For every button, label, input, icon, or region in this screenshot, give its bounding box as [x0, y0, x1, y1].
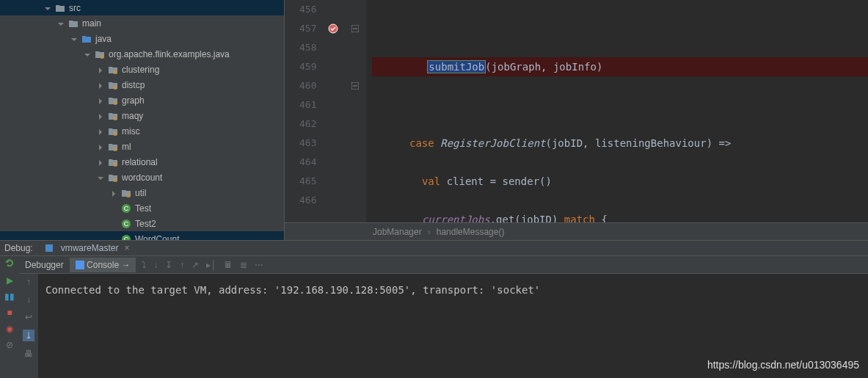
- svg-point-6: [113, 147, 117, 151]
- tree-item-label: org.apache.flink.examples.java: [109, 49, 230, 59]
- chevron-none-icon[interactable]: [110, 220, 117, 228]
- debug-toolwindow-header[interactable]: Debug: vmwareMaster ×: [0, 240, 868, 256]
- tree-item[interactable]: graph: [0, 92, 284, 108]
- tree-item[interactable]: main: [0, 15, 284, 31]
- tree-item[interactable]: misc: [0, 123, 284, 139]
- tree-item[interactable]: java: [0, 31, 284, 46]
- watermark: https://blog.csdn.net/u013036495: [707, 359, 859, 371]
- tree-item[interactable]: src: [0, 0, 284, 15]
- folder-open-icon: [54, 2, 66, 14]
- scroll-end-icon[interactable]: ⤓: [23, 330, 34, 341]
- package-icon: [107, 79, 119, 91]
- tree-item[interactable]: CTest: [0, 200, 284, 216]
- evaluate-icon[interactable]: 🖩: [224, 260, 233, 270]
- breakpoint-icon[interactable]: [321, 23, 346, 34]
- more-icon[interactable]: ⋯: [255, 260, 263, 270]
- svg-text:C: C: [124, 205, 129, 212]
- tree-item[interactable]: relational: [0, 154, 284, 170]
- stop-icon[interactable]: ■: [7, 308, 12, 318]
- drop-frame-icon[interactable]: ↗: [192, 260, 199, 270]
- pause-icon[interactable]: ▮▮: [4, 291, 15, 302]
- step-out-icon[interactable]: ↑: [180, 260, 184, 270]
- console-left-toolbar: ↑ ↓ ↩ ⤓ 🖶: [19, 274, 38, 378]
- tree-item-label: ml: [122, 142, 131, 152]
- fold-icon[interactable]: [350, 82, 360, 90]
- tree-item-label: wordcount: [122, 172, 162, 183]
- project-tree[interactable]: srcmainjavaorg.apache.flink.examples.jav…: [0, 0, 284, 240]
- folder-blue-icon: [81, 33, 92, 45]
- chevron-down-icon[interactable]: [70, 35, 78, 43]
- step-into-icon[interactable]: ↓: [153, 260, 158, 270]
- svg-rect-21: [45, 244, 53, 252]
- tree-item[interactable]: ml: [0, 139, 284, 154]
- tree-item[interactable]: clustering: [0, 62, 284, 77]
- package-icon: [107, 141, 119, 153]
- chevron-right-icon[interactable]: [97, 81, 104, 89]
- package-icon: [94, 48, 106, 60]
- tree-item[interactable]: util: [0, 185, 284, 200]
- code-content[interactable]: submitJob(jobGraph, jobInfo) case Regist…: [366, 0, 868, 222]
- tree-item-label: graph: [122, 95, 145, 106]
- run-to-cursor-icon[interactable]: ▸│: [206, 260, 216, 270]
- package-icon: [107, 110, 119, 122]
- class-icon: C: [120, 233, 132, 241]
- gutter: 456 457 458 459 460 461 462 463 464 465 …: [285, 0, 366, 222]
- tree-item[interactable]: distcp: [0, 77, 284, 92]
- chevron-down-icon[interactable]: [57, 20, 65, 27]
- breadcrumb[interactable]: JobManager › handleMessage(): [285, 222, 868, 240]
- soft-wrap-icon[interactable]: ↩: [25, 312, 32, 322]
- fold-icon[interactable]: [350, 25, 360, 32]
- view-breakpoints-icon[interactable]: ◉: [6, 324, 13, 334]
- chevron-right-icon[interactable]: [97, 112, 104, 120]
- tree-item-label: clustering: [122, 65, 159, 75]
- chevron-right-icon[interactable]: [97, 143, 104, 150]
- chevron-down-icon[interactable]: [44, 4, 51, 12]
- up-icon[interactable]: ↑: [26, 277, 31, 287]
- debug-step-toolbar: ⤵ ↓ ↧ ↑ ↗ ▸│ 🖩 ≣ ⋯: [142, 260, 263, 270]
- tree-item-label: Test2: [135, 219, 156, 229]
- package-icon: [107, 172, 119, 183]
- chevron-down-icon[interactable]: [97, 174, 104, 181]
- chevron-none-icon[interactable]: [110, 205, 117, 212]
- tree-item[interactable]: CTest2: [0, 216, 284, 231]
- code-editor[interactable]: 456 457 458 459 460 461 462 463 464 465 …: [284, 0, 868, 240]
- tree-item-label: relational: [122, 157, 158, 167]
- force-step-into-icon[interactable]: ↧: [165, 260, 172, 270]
- chevron-right-icon[interactable]: [97, 97, 104, 104]
- breadcrumb-item[interactable]: JobManager: [373, 227, 422, 237]
- tree-item[interactable]: wordcount: [0, 170, 284, 185]
- chevron-right-icon[interactable]: [97, 66, 104, 73]
- step-over-icon[interactable]: ⤵: [142, 260, 146, 270]
- svg-point-4: [113, 116, 117, 120]
- svg-point-1: [113, 70, 117, 74]
- mute-breakpoints-icon[interactable]: ⊘: [6, 340, 13, 350]
- tree-item[interactable]: org.apache.flink.examples.java: [0, 46, 284, 62]
- svg-point-0: [100, 54, 104, 59]
- package-icon: [107, 95, 119, 106]
- tree-item[interactable]: CWordCount: [0, 231, 284, 240]
- debug-left-toolbar: [0, 256, 19, 274]
- package-icon: [107, 156, 119, 168]
- print-icon[interactable]: 🖶: [24, 349, 33, 359]
- chevron-right-icon[interactable]: [97, 159, 104, 166]
- class-icon: C: [120, 203, 132, 214]
- run-config-tab[interactable]: vmwareMaster ×: [39, 241, 134, 255]
- chevron-down-icon[interactable]: [84, 51, 91, 58]
- svg-point-5: [113, 131, 117, 136]
- chevron-right-icon[interactable]: [110, 189, 117, 197]
- tab-debugger[interactable]: Debugger: [19, 258, 70, 272]
- svg-point-9: [126, 193, 131, 197]
- package-icon: [107, 64, 119, 76]
- tab-console[interactable]: Console →: [70, 258, 136, 272]
- chevron-right-icon[interactable]: [97, 128, 104, 135]
- trace-icon[interactable]: ≣: [240, 260, 247, 270]
- down-icon[interactable]: ↓: [26, 294, 31, 305]
- close-icon[interactable]: ×: [124, 243, 129, 253]
- package-icon: [107, 126, 119, 137]
- rerun-icon[interactable]: [4, 258, 15, 270]
- svg-text:C: C: [124, 220, 129, 228]
- tree-item[interactable]: maqy: [0, 108, 284, 123]
- resume-icon[interactable]: ▶: [7, 275, 13, 286]
- tree-item-label: Test: [135, 203, 151, 214]
- breadcrumb-item[interactable]: handleMessage(): [437, 227, 505, 237]
